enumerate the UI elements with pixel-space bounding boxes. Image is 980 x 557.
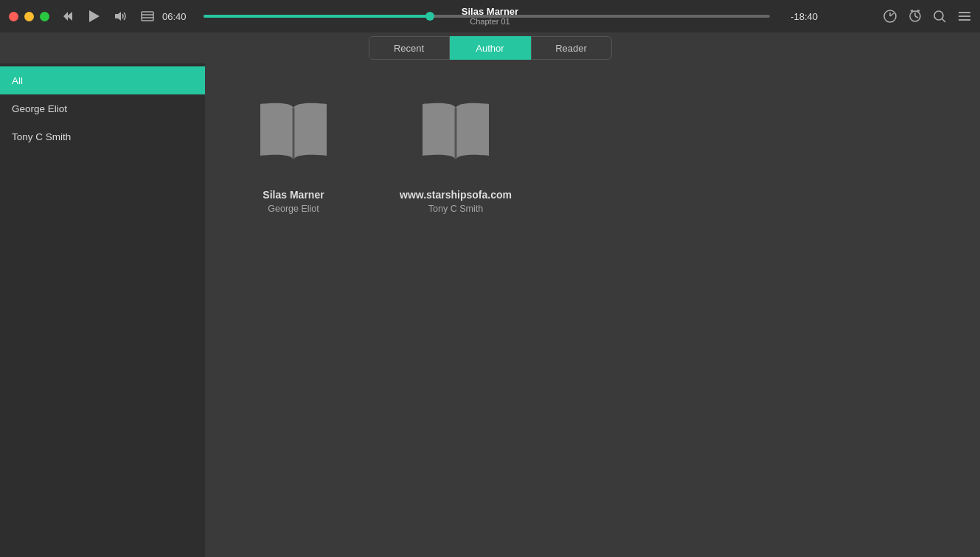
fullscreen-button[interactable] <box>40 12 49 21</box>
right-icons <box>883 10 971 23</box>
sidebar-item-george-eliot[interactable]: George Eliot <box>0 94 205 122</box>
svg-line-15 <box>942 18 946 22</box>
book-title-1: Silas Marner <box>263 189 324 201</box>
book-author-2: Tony C Smith <box>428 204 483 214</box>
now-playing-chapter: Chapter 01 <box>462 17 518 27</box>
sidebar: All George Eliot Tony C Smith <box>0 63 205 557</box>
time-elapsed: 06:40 <box>162 11 196 22</box>
tabs-bar: Recent Author Reader <box>0 32 980 63</box>
sidebar-item-tony-c-smith[interactable]: Tony C Smith <box>0 122 205 151</box>
tab-reader[interactable]: Reader <box>531 36 612 60</box>
title-block: Silas Marner Chapter 01 <box>462 6 518 27</box>
book-card-starshipsofa[interactable]: www.starshipsofa.com Tony C Smith <box>397 86 515 214</box>
svg-marker-2 <box>115 12 121 21</box>
svg-marker-0 <box>63 12 72 21</box>
traffic-lights <box>9 12 49 21</box>
book-card-silas-marner[interactable]: Silas Marner George Eliot <box>234 86 352 214</box>
sleep-timer-icon[interactable] <box>908 10 922 23</box>
svg-point-14 <box>934 11 943 20</box>
search-icon[interactable] <box>934 10 946 23</box>
menu-icon[interactable] <box>958 11 971 21</box>
time-remaining: -18:40 <box>777 11 818 22</box>
tab-author[interactable]: Author <box>450 36 531 60</box>
speed-icon[interactable] <box>883 10 897 23</box>
sidebar-item-all[interactable]: All <box>0 66 205 94</box>
svg-marker-1 <box>89 10 100 22</box>
book-grid: Silas Marner George Eliot www.starshipso… <box>205 63 980 557</box>
main-layout: All George Eliot Tony C Smith Silas Marn… <box>0 63 980 557</box>
progress-fill <box>204 15 430 18</box>
play-icon[interactable] <box>86 8 102 24</box>
playback-controls <box>60 8 156 24</box>
book-cover-icon-1 <box>249 86 338 174</box>
book-author-1: George Eliot <box>268 204 319 214</box>
now-playing-title: Silas Marner <box>462 6 518 18</box>
svg-line-12 <box>911 10 913 11</box>
rewind-icon[interactable] <box>60 8 76 24</box>
tab-recent[interactable]: Recent <box>369 36 450 60</box>
svg-rect-3 <box>142 12 153 21</box>
volume-icon[interactable] <box>113 8 129 24</box>
progress-thumb <box>425 12 434 21</box>
minimize-button[interactable] <box>24 12 34 21</box>
svg-line-11 <box>915 16 918 18</box>
book-title-2: www.starshipsofa.com <box>400 189 512 201</box>
book-cover-icon-2 <box>411 86 500 174</box>
chapters-icon[interactable] <box>139 8 156 24</box>
svg-line-13 <box>917 10 920 11</box>
top-bar: 06:40 -18:40 Silas Marner Chapter 01 <box>0 0 980 32</box>
close-button[interactable] <box>9 12 18 21</box>
